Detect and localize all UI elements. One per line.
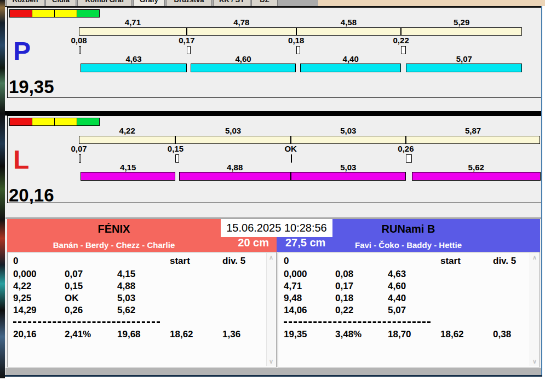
scrollbar[interactable]: ∧∨: [266, 253, 276, 366]
table-cell: start: [440, 256, 493, 267]
application-window: RozběhČidlaKombi GrafGrafyDružstvaKK / S…: [0, 0, 545, 392]
net-time-bar-segment: [291, 172, 406, 181]
gross-time-label: 5,03: [340, 126, 356, 135]
table-cell: 4,15: [117, 269, 170, 280]
table-cell: [222, 281, 266, 292]
net-time-bar-segment: [81, 64, 187, 72]
table-cell: 2,41%: [65, 329, 117, 340]
table-cell: [65, 256, 117, 267]
tab-dru-stva[interactable]: Družstva: [166, 0, 212, 6]
gross-time-label: 4,71: [125, 18, 141, 27]
net-time-label: 5,03: [340, 163, 356, 172]
lane-total-time-l: 20,16: [9, 185, 54, 206]
desktop-background-strip: [0, 0, 5, 378]
table-cell: [335, 256, 388, 267]
tab-kombi-graf[interactable]: Kombi Graf: [77, 0, 132, 6]
table-row: 0,0000,084,63: [284, 269, 537, 280]
table-cell: [222, 269, 266, 280]
table-cell: 0,08: [335, 269, 388, 280]
results-table-fenix: 0startdiv. 50,0000,074,154,220,154,889,2…: [7, 252, 277, 367]
lane-separator: [5, 111, 541, 116]
tab-bar: RozběhČidlaKombi GrafGrafyDružstvaKK / S…: [5, 0, 545, 6]
table-cell: 0,000: [13, 269, 65, 280]
team-name: FÉNIX: [7, 219, 221, 235]
table-cell: start: [170, 256, 222, 267]
gross-time-label: 5,29: [454, 18, 469, 27]
scroll-down-icon[interactable]: ∨: [530, 358, 539, 365]
table-cell: 1,36: [222, 329, 266, 340]
lane-panel-l: L 4,220,074,155,030,154,885,03OK5,035,87…: [7, 116, 542, 203]
changeover-label: 0,08: [71, 36, 87, 45]
net-time-label: 4,15: [120, 163, 136, 172]
net-time-label: 4,40: [343, 54, 359, 64]
table-cell: 4,22: [13, 281, 65, 292]
table-cell: 14,29: [13, 305, 65, 316]
table-cell: [117, 256, 170, 267]
gross-time-bar-segment: [175, 136, 290, 144]
table-cell: 4,71: [284, 281, 335, 292]
gross-time-bar-segment: [406, 136, 540, 144]
changeover-tick: [79, 46, 81, 54]
table-cell: 0: [13, 256, 65, 267]
tab-dz[interactable]: DZ: [251, 0, 278, 6]
net-time-label: 5,62: [468, 163, 484, 172]
scroll-up-icon[interactable]: ∧: [530, 254, 539, 261]
net-time-bar-segment: [191, 64, 296, 72]
changeover-tick: [296, 46, 301, 54]
table-cell: [170, 281, 222, 292]
table-cell: [170, 293, 222, 304]
table-cell: [440, 293, 493, 304]
net-time-bar-segment: [412, 172, 541, 181]
net-time-bar-segment: [300, 64, 401, 72]
table-cell: 20,16: [13, 329, 65, 340]
changeover-tick: [401, 46, 406, 54]
results-table-runami: 0startdiv. 50,0000,084,634,710,174,609,4…: [278, 252, 540, 367]
tab-rozb-h[interactable]: Rozběh: [6, 0, 44, 6]
gross-time-label: 5,87: [465, 126, 481, 135]
scroll-up-icon[interactable]: ∧: [267, 254, 276, 261]
scroll-down-icon[interactable]: ∨: [267, 358, 276, 365]
changeover-label: 0,15: [168, 144, 183, 153]
table-cell: 0,07: [65, 269, 117, 280]
net-time-label: 4,60: [236, 54, 251, 64]
table-cell: [222, 305, 266, 316]
table-cell: 18,62: [170, 329, 222, 340]
table-cell: div. 5: [222, 256, 266, 267]
table-cell: 4,88: [117, 281, 170, 292]
gross-time-bar-segment: [296, 27, 401, 36]
table-header-row: 0startdiv. 5: [284, 256, 537, 267]
table-separator-dashes: [284, 321, 431, 323]
lane-chart-p: 4,710,084,634,780,174,604,580,184,405,29…: [8, 8, 542, 97]
table-cell: 0,15: [65, 281, 117, 292]
table-cell: 5,62: [117, 305, 170, 316]
gross-time-bar-segment: [187, 27, 296, 36]
tab--idla[interactable]: Čidla: [45, 0, 76, 6]
scrollbar[interactable]: ∧∨: [530, 253, 539, 366]
window-bottom-border: [5, 375, 542, 377]
gross-time-label: 5,03: [225, 126, 241, 135]
table-cell: [170, 269, 222, 280]
table-cell: 4,63: [388, 269, 440, 280]
tab-grafy[interactable]: Grafy: [133, 0, 165, 6]
table-row: 9,25OK5,03: [13, 293, 266, 304]
net-time-label: 4,88: [227, 163, 243, 172]
table-row: 9,480,184,40: [284, 293, 537, 304]
table-cell: 3,48%: [335, 329, 388, 340]
table-cell: [440, 269, 493, 280]
table-cell: 0,26: [65, 305, 117, 316]
table-cell: [222, 293, 266, 304]
table-cell: [440, 305, 493, 316]
table-cell: 0,22: [335, 305, 388, 316]
table-row: 14,290,265,62: [13, 305, 266, 316]
table-row: 4,220,154,88: [13, 281, 266, 292]
changeover-label: 0,17: [179, 36, 194, 45]
changeover-tick: [406, 154, 412, 163]
tab-kk-st[interactable]: KK / ST: [213, 0, 250, 6]
team-dogs: Banán - Berdy - Chezz - Charlie: [7, 235, 221, 250]
net-time-label: 4,63: [126, 54, 142, 64]
table-totals-row: 20,162,41%19,6818,621,36: [13, 329, 266, 340]
status-band: [5, 368, 541, 375]
table-cell: 19,35: [284, 329, 335, 340]
net-time-label: 5,07: [456, 54, 472, 64]
table-cell: 0,18: [335, 293, 388, 304]
